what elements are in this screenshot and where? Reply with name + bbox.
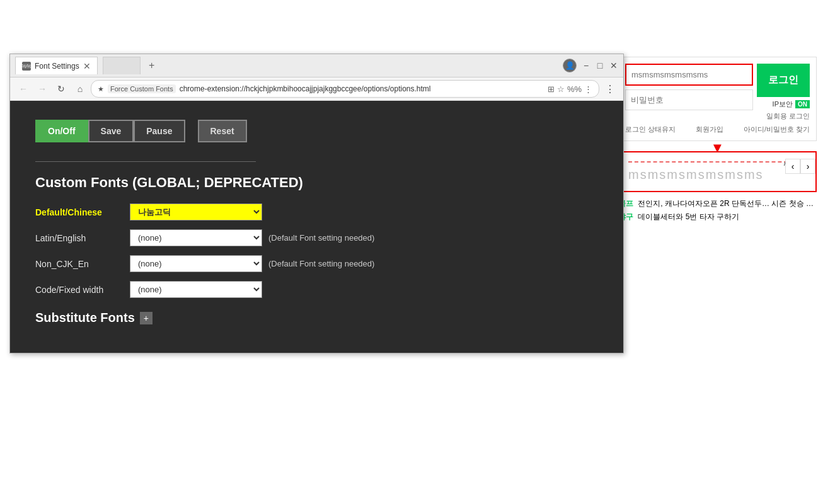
naver-preview-dashed (628, 161, 807, 163)
extension-content: On/Off Save Pause Reset Custom Fonts (GL… (10, 101, 623, 353)
naver-daily-login[interactable]: 일회용 로그인 (766, 112, 810, 121)
ext-font-label-default: Default/Chinese (35, 207, 124, 217)
ext-buttons-row: On/Off Save Pause Reset (35, 120, 598, 142)
ip-toggle-on[interactable]: ON (795, 100, 810, 108)
chrome-tab-title: Font Settings (35, 62, 79, 71)
ext-font-row-latin: Latin/English (none) (Default Font setti… (35, 229, 598, 246)
naver-keep-login[interactable]: 로그인 상태유지 (625, 125, 676, 134)
ext-section-title: Custom Fonts (GLOBAL; DEPRECATED) (35, 175, 598, 191)
chrome-tab-close-btn[interactable]: ✕ (83, 62, 91, 71)
ext-font-select-code[interactable]: (none) (130, 281, 262, 298)
ext-save-button[interactable]: Save (88, 120, 134, 142)
ext-font-select-default[interactable]: 나눔고딕 (130, 203, 262, 220)
chrome-blank-tab[interactable] (103, 57, 141, 74)
chrome-extension-badge: Force Custom Fonts (108, 84, 176, 93)
chrome-toolbar: ← → ↻ ⌂ ★ Force Custom Fonts chrome-exte… (10, 77, 623, 101)
chrome-extension-toolbar-icon[interactable]: %% (567, 84, 582, 94)
naver-preview-box: /5 ‹ › msmsmsmsmsmsms (618, 151, 817, 192)
naver-login-button[interactable]: 로그인 (757, 64, 810, 97)
ext-onoff-button[interactable]: On/Off (35, 120, 88, 142)
chrome-forward-button[interactable]: → (34, 81, 50, 97)
naver-login-section: 로그인 IP보안 ON 일회용 로그인 로그인 상태유지 회원가입 아이디/비밀… (618, 57, 817, 141)
chrome-translate-icon[interactable]: ⊞ (548, 84, 555, 94)
chrome-tab-favicon: %% (22, 62, 31, 71)
naver-down-arrow: ▼ (711, 141, 725, 155)
news-text-golf[interactable]: 전인지, 캐나다여자오픈 2R 단독선두… 시즌 첫승 … (638, 199, 814, 208)
ext-font-label-latin: Latin/English (35, 233, 124, 243)
naver-right-panel: 로그인 IP보안 ON 일회용 로그인 로그인 상태유지 회원가입 아이디/비밀… (612, 50, 823, 231)
ext-font-row-code: Code/Fixed width (none) (35, 281, 598, 298)
chrome-bookmark-icon[interactable]: ☆ (557, 84, 565, 94)
ext-font-select-latin[interactable]: (none) (130, 229, 262, 246)
chrome-titlebar: %% Font Settings ✕ + 👤 − □ ✕ (10, 54, 623, 77)
ext-font-note-non-cjk: (Default Font setting needed) (268, 259, 374, 268)
naver-id-input-wrap (625, 64, 753, 86)
chrome-address-bar[interactable]: ★ Force Custom Fonts chrome-extension://… (91, 80, 599, 98)
news-text-baseball[interactable]: 데이블세터와 5번 타자 구하기 (638, 212, 739, 221)
chrome-maximize-button[interactable]: □ (596, 61, 604, 70)
chrome-secure-icon: ★ (98, 85, 104, 93)
chrome-back-button[interactable]: ← (15, 81, 32, 97)
naver-password-input[interactable] (625, 89, 753, 110)
naver-nav-arrows: ‹ › (785, 159, 815, 174)
naver-news-section: 골프 전인지, 캐나다여자오픈 2R 단독선두… 시즌 첫승 … 야구 데이블세… (618, 198, 817, 222)
ext-divider (35, 161, 256, 162)
ext-font-select-non-cjk[interactable]: (none) (130, 255, 262, 272)
chrome-url-text: chrome-extension://hckjchjpkmbihoocajjpj… (180, 84, 544, 93)
ext-font-row-default: Default/Chinese 나눔고딕 (35, 203, 598, 220)
naver-prev-btn[interactable]: ‹ (785, 159, 800, 174)
chrome-address-icons: ⊞ ☆ %% ⋮ (548, 84, 592, 94)
naver-next-btn[interactable]: › (800, 159, 815, 174)
naver-news-item-2: 야구 데이블세터와 5번 타자 구하기 (618, 212, 817, 222)
chrome-new-tab-button[interactable]: + (144, 58, 159, 73)
ext-font-row-non-cjk: Non_CJK_En (none) (Default Font setting … (35, 255, 598, 272)
chrome-refresh-button[interactable]: ↻ (53, 81, 69, 97)
ext-font-label-code: Code/Fixed width (35, 285, 124, 295)
chrome-minimize-button[interactable]: − (582, 61, 590, 70)
chrome-window: %% Font Settings ✕ + 👤 − □ ✕ ← → ↻ ⌂ ★ F… (9, 54, 624, 353)
chrome-close-button[interactable]: ✕ (609, 61, 618, 70)
naver-id-input[interactable] (626, 65, 752, 84)
naver-ip-toggle: IP보안 ON (773, 100, 810, 109)
ext-pause-button[interactable]: Pause (134, 120, 185, 142)
chrome-home-button[interactable]: ⌂ (72, 81, 88, 97)
naver-register[interactable]: 회원가입 (696, 125, 723, 134)
chrome-user-icon[interactable]: 👤 (563, 59, 577, 72)
chrome-menu-button[interactable]: ⋮ (602, 81, 618, 97)
naver-login-links: 로그인 상태유지 회원가입 아이디/비밀번호 찾기 (625, 125, 810, 134)
chrome-tab-font-settings[interactable]: %% Font Settings ✕ (15, 57, 98, 74)
chrome-window-controls: 👤 − □ ✕ (563, 59, 618, 72)
naver-preview-text: msmsmsmsmsmsms (628, 168, 807, 182)
ext-font-note-latin: (Default Font setting needed) (268, 233, 374, 243)
ext-add-substitute-button[interactable]: + (140, 312, 153, 324)
ext-reset-button[interactable]: Reset (198, 120, 247, 142)
ext-substitute-title: Substitute Fonts + (35, 311, 598, 325)
naver-find-id-pw[interactable]: 아이디/비밀번호 찾기 (744, 125, 810, 134)
naver-news-item: 골프 전인지, 캐나다여자오픈 2R 단독선두… 시즌 첫승 … (618, 198, 817, 209)
ext-font-label-non-cjk: Non_CJK_En (35, 259, 124, 269)
chrome-more-icon[interactable]: ⋮ (584, 84, 592, 94)
